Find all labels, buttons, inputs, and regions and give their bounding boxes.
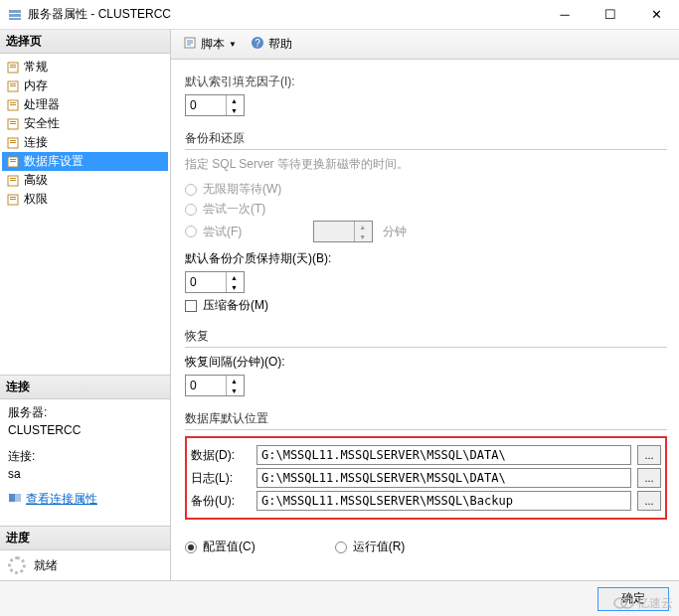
running-label: 运行值(R)	[353, 539, 406, 555]
radio-configured[interactable]	[185, 541, 197, 553]
titlebar: 服务器属性 - CLUSTERCC ─ ☐ ✕	[0, 0, 679, 30]
right-pane: 脚本 ▼ ? 帮助 默认索引填充因子(I): ▲▼ 备份和还原 指定 SQL S…	[171, 30, 679, 580]
tree-item-label: 常规	[24, 59, 48, 76]
svg-text:?: ?	[255, 38, 260, 49]
svg-rect-4	[10, 65, 16, 66]
radio-try-once	[185, 204, 197, 216]
svg-rect-13	[10, 121, 16, 122]
spin-down-icon[interactable]: ▼	[227, 105, 242, 115]
spin-up-icon: ▲	[355, 222, 370, 231]
log-path-input[interactable]	[256, 468, 631, 488]
tree-item-label: 权限	[24, 191, 48, 208]
spin-down-icon[interactable]: ▼	[227, 385, 242, 395]
page-icon	[6, 193, 20, 207]
log-path-label: 日志(L):	[191, 470, 251, 487]
tree-item-security[interactable]: 安全性	[2, 114, 168, 133]
footer: 确定 亿速云	[0, 580, 679, 616]
tree-item-label: 安全性	[24, 115, 60, 132]
fill-factor-stepper[interactable]: ▲▼	[185, 94, 245, 116]
conn-label: 连接:	[8, 447, 162, 465]
page-icon	[6, 61, 20, 75]
svg-rect-25	[10, 197, 16, 198]
data-path-label: 数据(D):	[191, 447, 251, 464]
svg-rect-11	[10, 104, 16, 105]
tree-item-database-settings[interactable]: 数据库设置	[2, 152, 168, 171]
tree-item-label: 连接	[24, 134, 48, 151]
page-icon	[6, 98, 20, 112]
data-path-input[interactable]	[256, 445, 631, 465]
spin-up-icon[interactable]: ▲	[227, 95, 242, 105]
recovery-header: 恢复	[185, 326, 667, 348]
backup-path-input[interactable]	[256, 491, 631, 511]
media-retention-stepper[interactable]: ▲▼	[185, 271, 245, 293]
script-button[interactable]: 脚本 ▼	[179, 34, 241, 55]
page-icon	[6, 174, 20, 188]
svg-rect-23	[10, 180, 16, 181]
radio-running[interactable]	[335, 541, 347, 553]
script-icon	[183, 36, 197, 53]
compress-backup-label: 压缩备份(M)	[203, 297, 268, 314]
tape-hint: 指定 SQL Server 等待更换新磁带的时间。	[185, 156, 667, 173]
page-icon	[6, 117, 20, 131]
tree-item-label: 数据库设置	[24, 153, 84, 170]
log-browse-button[interactable]: ...	[637, 468, 661, 488]
tree-item-memory[interactable]: 内存	[2, 77, 168, 95]
progress-status: 就绪	[34, 557, 58, 574]
connection-icon	[8, 491, 22, 508]
minimize-button[interactable]: ─	[542, 0, 588, 30]
svg-rect-20	[10, 161, 16, 162]
spin-down-icon[interactable]: ▼	[227, 282, 242, 292]
media-retention-input[interactable]	[186, 272, 226, 292]
radio-wait-forever	[185, 184, 197, 196]
compress-backup-checkbox[interactable]	[185, 300, 197, 312]
page-icon	[6, 79, 20, 93]
svg-rect-27	[9, 494, 15, 502]
fill-factor-input[interactable]	[186, 95, 226, 115]
svg-rect-16	[10, 140, 16, 141]
try-once-label: 尝试一次(T)	[203, 201, 265, 218]
conn-value: sa	[8, 465, 162, 483]
server-value: CLUSTERCC	[8, 421, 162, 439]
page-icon	[6, 155, 20, 169]
svg-rect-14	[10, 123, 16, 124]
recovery-interval-input[interactable]	[186, 376, 226, 395]
tree-item-permissions[interactable]: 权限	[2, 190, 168, 209]
spin-up-icon[interactable]: ▲	[227, 272, 242, 282]
tree-item-label: 内存	[24, 77, 48, 94]
progress-spinner-icon	[8, 556, 26, 574]
paths-highlight-box: 数据(D): ... 日志(L): ... 备份(U): ...	[185, 436, 667, 520]
svg-point-32	[614, 598, 626, 608]
close-button[interactable]: ✕	[633, 0, 679, 30]
svg-rect-7	[10, 83, 16, 84]
tree-item-general[interactable]: 常规	[2, 58, 168, 77]
select-page-header: 选择页	[0, 30, 170, 54]
app-icon	[8, 8, 22, 22]
window-buttons: ─ ☐ ✕	[542, 0, 679, 30]
backup-path-label: 备份(U):	[191, 493, 251, 510]
recovery-interval-stepper[interactable]: ▲▼	[185, 375, 245, 396]
dropdown-icon: ▼	[229, 40, 237, 49]
tree-item-processors[interactable]: 处理器	[2, 95, 168, 114]
backup-restore-header: 备份和还原	[185, 128, 667, 150]
tree-item-connections[interactable]: 连接	[2, 133, 168, 152]
spin-up-icon[interactable]: ▲	[227, 376, 242, 385]
try-minutes-stepper: ▲▼	[313, 221, 373, 242]
help-button[interactable]: ? 帮助	[247, 34, 296, 55]
svg-rect-2	[9, 18, 21, 20]
view-connection-properties-link[interactable]: 查看连接属性	[0, 487, 170, 512]
svg-rect-17	[10, 142, 16, 143]
media-retention-label: 默认备份介质保持期(天)(B):	[185, 250, 331, 267]
toolbar: 脚本 ▼ ? 帮助	[171, 30, 679, 60]
try-minutes-input	[314, 222, 354, 241]
progress-header: 进度	[0, 527, 170, 550]
svg-point-33	[621, 598, 633, 608]
recovery-interval-label: 恢复间隔(分钟)(O):	[185, 354, 285, 371]
tree-item-advanced[interactable]: 高级	[2, 171, 168, 190]
configured-label: 配置值(C)	[203, 539, 255, 555]
backup-browse-button[interactable]: ...	[637, 491, 661, 511]
svg-rect-26	[10, 199, 16, 200]
page-tree: 常规 内存 处理器 安全性 连接 数据库设置	[0, 54, 170, 213]
maximize-button[interactable]: ☐	[588, 0, 633, 30]
data-browse-button[interactable]: ...	[637, 445, 661, 465]
wait-forever-label: 无限期等待(W)	[203, 181, 281, 198]
